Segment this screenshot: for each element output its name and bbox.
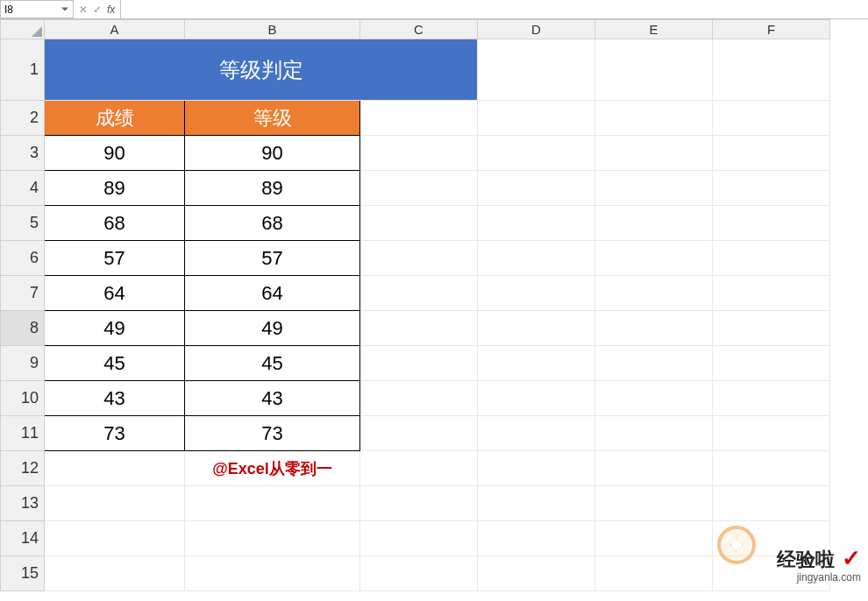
cell[interactable] bbox=[478, 346, 595, 381]
row-header[interactable]: 13 bbox=[1, 486, 45, 521]
cell[interactable] bbox=[713, 556, 830, 591]
cell[interactable] bbox=[595, 416, 713, 451]
col-header-c[interactable]: C bbox=[360, 20, 478, 39]
col-header-e[interactable]: E bbox=[595, 20, 713, 39]
cell[interactable] bbox=[45, 521, 185, 556]
table-cell[interactable]: 64 bbox=[45, 276, 185, 311]
cell[interactable] bbox=[360, 451, 478, 486]
cell[interactable] bbox=[45, 451, 185, 486]
table-cell[interactable]: 73 bbox=[45, 416, 185, 451]
cell[interactable] bbox=[595, 521, 713, 556]
footer-text[interactable]: @Excel从零到一 bbox=[185, 451, 360, 486]
enter-icon[interactable]: ✓ bbox=[93, 4, 102, 16]
row-header[interactable]: 4 bbox=[1, 171, 45, 206]
cell[interactable] bbox=[595, 346, 713, 381]
row-header[interactable]: 8 bbox=[1, 311, 45, 346]
table-cell[interactable]: 68 bbox=[185, 206, 360, 241]
cancel-icon[interactable]: ✕ bbox=[79, 4, 88, 16]
cell[interactable] bbox=[713, 39, 830, 101]
cell[interactable] bbox=[478, 416, 595, 451]
cell[interactable] bbox=[478, 486, 595, 521]
table-cell[interactable]: 90 bbox=[185, 136, 360, 171]
row-header[interactable]: 2 bbox=[1, 101, 45, 136]
cell[interactable] bbox=[478, 556, 595, 591]
cell[interactable] bbox=[478, 136, 595, 171]
cell[interactable] bbox=[360, 416, 478, 451]
cell[interactable] bbox=[185, 486, 360, 521]
table-cell[interactable]: 57 bbox=[185, 241, 360, 276]
cell[interactable] bbox=[45, 486, 185, 521]
cell[interactable] bbox=[478, 521, 595, 556]
cell[interactable] bbox=[713, 206, 830, 241]
cell[interactable] bbox=[360, 101, 478, 136]
col-header-f[interactable]: F bbox=[713, 20, 830, 39]
cell[interactable] bbox=[360, 556, 478, 591]
cell[interactable] bbox=[478, 101, 595, 136]
cell[interactable] bbox=[478, 311, 595, 346]
table-cell[interactable]: 68 bbox=[45, 206, 185, 241]
table-cell[interactable]: 57 bbox=[45, 241, 185, 276]
cell[interactable] bbox=[360, 346, 478, 381]
table-cell[interactable]: 89 bbox=[45, 171, 185, 206]
cell[interactable] bbox=[595, 381, 713, 416]
cell[interactable] bbox=[713, 311, 830, 346]
cell[interactable] bbox=[595, 486, 713, 521]
row-header[interactable]: 6 bbox=[1, 241, 45, 276]
cell[interactable] bbox=[360, 171, 478, 206]
table-cell[interactable]: 90 bbox=[45, 136, 185, 171]
table-header-b[interactable]: 等级 bbox=[185, 101, 360, 136]
cell[interactable] bbox=[185, 556, 360, 591]
cell[interactable] bbox=[360, 521, 478, 556]
table-header-a[interactable]: 成绩 bbox=[45, 101, 185, 136]
cell[interactable] bbox=[713, 521, 830, 556]
fx-icon[interactable]: fx bbox=[107, 4, 115, 16]
cell[interactable] bbox=[713, 171, 830, 206]
cell[interactable] bbox=[713, 381, 830, 416]
cell[interactable] bbox=[713, 451, 830, 486]
cell[interactable] bbox=[478, 276, 595, 311]
table-cell[interactable]: 43 bbox=[185, 381, 360, 416]
row-header[interactable]: 14 bbox=[1, 521, 45, 556]
table-cell[interactable]: 49 bbox=[45, 311, 185, 346]
cell[interactable] bbox=[478, 206, 595, 241]
row-header[interactable]: 10 bbox=[1, 381, 45, 416]
table-cell[interactable]: 73 bbox=[185, 416, 360, 451]
table-cell[interactable]: 64 bbox=[185, 276, 360, 311]
cell[interactable] bbox=[595, 171, 713, 206]
cell[interactable] bbox=[360, 206, 478, 241]
formula-input[interactable] bbox=[121, 0, 868, 18]
table-cell[interactable]: 43 bbox=[45, 381, 185, 416]
row-header[interactable]: 7 bbox=[1, 276, 45, 311]
title-cell[interactable]: 等级判定 bbox=[45, 39, 478, 101]
col-header-d[interactable]: D bbox=[478, 20, 595, 39]
col-header-b[interactable]: B bbox=[185, 20, 360, 39]
row-header[interactable]: 5 bbox=[1, 206, 45, 241]
cell[interactable] bbox=[478, 39, 595, 101]
row-header[interactable]: 3 bbox=[1, 136, 45, 171]
col-header-a[interactable]: A bbox=[45, 20, 185, 39]
cell[interactable] bbox=[713, 416, 830, 451]
cell[interactable] bbox=[595, 206, 713, 241]
table-cell[interactable]: 45 bbox=[45, 346, 185, 381]
cell[interactable] bbox=[713, 101, 830, 136]
cell[interactable] bbox=[713, 346, 830, 381]
cell[interactable] bbox=[478, 381, 595, 416]
table-cell[interactable]: 89 bbox=[185, 171, 360, 206]
cell[interactable] bbox=[713, 276, 830, 311]
row-header[interactable]: 12 bbox=[1, 451, 45, 486]
cell[interactable] bbox=[360, 311, 478, 346]
cell[interactable] bbox=[478, 241, 595, 276]
cell[interactable] bbox=[478, 451, 595, 486]
grid[interactable]: A B C D E F 1 等级判定 2 成绩 等级 3 90 bbox=[0, 19, 830, 591]
table-cell[interactable]: 45 bbox=[185, 346, 360, 381]
cell[interactable] bbox=[595, 311, 713, 346]
row-header[interactable]: 9 bbox=[1, 346, 45, 381]
cell[interactable] bbox=[360, 136, 478, 171]
row-header[interactable]: 15 bbox=[1, 556, 45, 591]
cell[interactable] bbox=[185, 521, 360, 556]
name-box[interactable]: I8 bbox=[0, 0, 74, 18]
cell[interactable] bbox=[360, 276, 478, 311]
select-all-corner[interactable] bbox=[1, 20, 45, 39]
cell[interactable] bbox=[45, 556, 185, 591]
cell[interactable] bbox=[713, 241, 830, 276]
